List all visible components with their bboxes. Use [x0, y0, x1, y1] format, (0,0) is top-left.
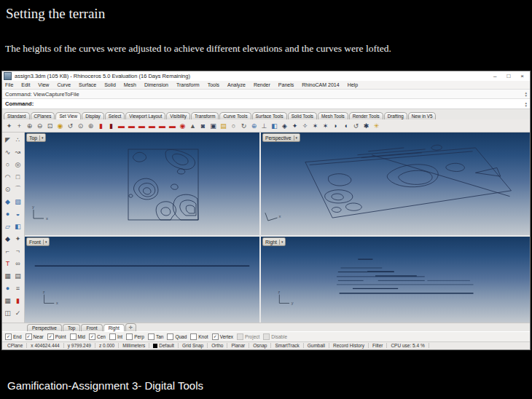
sidebar-icon-2[interactable]: ∿ [3, 146, 12, 158]
status-planar[interactable]: Planar [227, 343, 249, 348]
viewport-front-canvas[interactable]: x z [25, 237, 259, 323]
toolbar-icon-20[interactable]: ▣ [208, 121, 218, 130]
toolbar-icon-0[interactable]: ✦ [4, 121, 14, 130]
sidebar-icon-3[interactable]: ↝ [13, 146, 23, 158]
menu-item-curve[interactable]: Curve [57, 82, 71, 87]
toolbar-icon-26[interactable]: ◧ [270, 121, 279, 130]
osnap-cen[interactable]: Cen [89, 333, 106, 340]
sidebar-icon-18[interactable]: ⌐ [3, 245, 12, 257]
osnap-int[interactable]: Int [109, 333, 122, 340]
toolbar-icon-13[interactable]: ▬ [137, 121, 146, 130]
sidebar-icon-23[interactable]: ▤ [13, 269, 23, 282]
toolbar-icon-15[interactable]: ▬ [157, 121, 167, 130]
menu-item-mesh[interactable]: Mesh [124, 82, 136, 87]
viewport-right-label[interactable]: Right ▾ [262, 237, 286, 246]
toolbar-icon-28[interactable]: ✦ [290, 121, 300, 130]
menu-item-rhinocam-2014[interactable]: RhinoCAM 2014 [302, 82, 339, 87]
menu-item-solid[interactable]: Solid [104, 82, 116, 87]
status-smarttrack[interactable]: SmartTrack [271, 343, 303, 348]
toolbar-tab-solid-tools[interactable]: Solid Tools [288, 112, 317, 119]
toolbar-tab-surface-tools[interactable]: Surface Tools [252, 112, 287, 119]
viewport-tab-top[interactable]: Top [63, 324, 80, 331]
toolbar-icon-32[interactable]: ◗ [331, 121, 340, 130]
toolbar-icon-18[interactable]: ▲ [188, 121, 197, 130]
sidebar-icon-26[interactable]: ▦ [3, 294, 12, 307]
sidebar-icon-14[interactable]: ▱ [3, 220, 12, 232]
status-cpu-use-5-4[interactable]: CPU use: 5.4 % [387, 343, 429, 348]
status-x-404624-444[interactable]: x 404624.444 [27, 343, 63, 348]
osnap-quad[interactable]: Quad [167, 333, 187, 340]
checkbox-tan[interactable] [148, 333, 154, 340]
toolbar-icon-3[interactable]: ⊖ [35, 121, 44, 130]
menu-item-edit[interactable]: Edit [21, 82, 30, 87]
status-osnap[interactable]: Osnap [249, 343, 271, 348]
toolbar-tab-set-view[interactable]: Set View [55, 112, 81, 119]
toolbar-tab-viewport-layout[interactable]: Viewport Layout [125, 112, 165, 119]
checkbox-disable[interactable] [263, 333, 270, 340]
osnap-vertex[interactable]: Vertex [212, 333, 233, 340]
status-filter[interactable]: Filter [369, 343, 387, 348]
osnap-tan[interactable]: Tan [148, 333, 163, 340]
osnap-end[interactable]: End [5, 333, 22, 340]
status-record-history[interactable]: Record History [329, 343, 369, 348]
status-y-9799-249[interactable]: y 9799.249 [64, 343, 95, 348]
checkbox-end[interactable] [5, 333, 12, 340]
toolbar-icon-19[interactable]: ◙ [198, 121, 208, 130]
sidebar-icon-13[interactable]: ◒ [13, 208, 23, 220]
sidebar-icon-0[interactable]: ◤ [3, 133, 12, 146]
checkbox-quad[interactable] [167, 333, 173, 340]
toolbar-icon-7[interactable]: ⊙ [76, 121, 85, 130]
sidebar-icon-28[interactable]: ◫ [3, 307, 12, 319]
chevron-down-icon[interactable]: ▾ [280, 240, 284, 244]
toolbar-tab-drafting[interactable]: Drafting [384, 112, 407, 119]
toolbar-icon-21[interactable]: ▤ [219, 121, 228, 130]
sidebar-icon-9[interactable]: ⌒ [13, 183, 23, 195]
checkbox-perp[interactable] [126, 333, 133, 340]
toolbar-icon-34[interactable]: ↺ [351, 121, 361, 130]
toolbar-tab-curve-tools[interactable]: Curve Tools [219, 112, 251, 119]
toolbar-icon-33[interactable]: ◖ [341, 121, 351, 130]
toolbar-icon-11[interactable]: ▬ [117, 121, 126, 130]
maximize-button[interactable]: □ [506, 72, 510, 80]
toolbar-icon-25[interactable]: ⊥ [259, 121, 269, 130]
chevron-down-icon[interactable]: ▾ [44, 240, 48, 244]
toolbar-icon-23[interactable]: ↻ [239, 121, 249, 130]
toolbar-tab-render-tools[interactable]: Render Tools [349, 112, 383, 119]
viewport-perspective[interactable]: Perspective ▾ [261, 133, 530, 235]
viewport-front-label[interactable]: Front ▾ [26, 237, 50, 246]
checkbox-mid[interactable] [70, 333, 77, 340]
toolbar-tab-visibility[interactable]: Visibility [166, 112, 190, 119]
sidebar-icon-22[interactable]: ▦ [3, 269, 12, 282]
sidebar-icon-24[interactable]: ● [3, 282, 12, 294]
viewport-right-canvas[interactable]: y z [261, 237, 530, 323]
viewport-top-canvas[interactable]: x y [25, 133, 259, 235]
osnap-project[interactable]: Project [237, 333, 259, 340]
sidebar-icon-21[interactable]: ∞ [13, 257, 23, 269]
viewport-tab-front[interactable]: Front [81, 324, 102, 331]
menu-item-render[interactable]: Render [254, 82, 270, 87]
menu-item-view[interactable]: View [38, 82, 49, 87]
viewport-pan-icon[interactable]: ✛ [125, 323, 136, 331]
menu-item-analyze[interactable]: Analyze [227, 82, 246, 87]
checkbox-knot[interactable] [190, 333, 197, 340]
viewport-tab-perspective[interactable]: Perspective [27, 324, 62, 331]
menu-item-help[interactable]: Help [348, 82, 358, 87]
toolbar-tab-mesh-tools[interactable]: Mesh Tools [318, 112, 348, 119]
toolbar-tab-new-in-v5[interactable]: New in V5 [408, 112, 437, 119]
command-prompt-line[interactable]: Command: ▴ ▾ [2, 99, 530, 109]
sidebar-icon-29[interactable]: ✓ [13, 307, 23, 319]
toolbar-icon-31[interactable]: ✶ [321, 121, 330, 130]
toolbar-tab-cplanes[interactable]: CPlanes [31, 112, 55, 119]
checkbox-vertex[interactable] [212, 333, 219, 340]
sidebar-icon-1[interactable]: ∴ [13, 133, 23, 146]
toolbar-tab-standard[interactable]: Standard [4, 112, 30, 119]
checkbox-near[interactable] [26, 333, 32, 340]
sidebar-icon-19[interactable]: ¬ [13, 245, 23, 257]
osnap-mid[interactable]: Mid [70, 333, 85, 340]
toolbar-icon-27[interactable]: ◈ [280, 121, 289, 130]
sidebar-icon-7[interactable]: □ [13, 170, 23, 183]
menu-item-tools[interactable]: Tools [208, 82, 219, 87]
menu-item-dimension[interactable]: Dimension [144, 82, 168, 87]
chevron-down-icon[interactable]: ▾ [40, 135, 44, 140]
scroll-down-icon[interactable]: ▾ [525, 94, 527, 97]
